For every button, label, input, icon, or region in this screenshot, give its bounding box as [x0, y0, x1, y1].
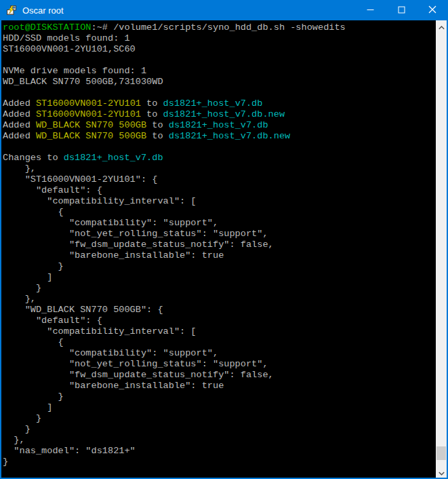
terminal-line: }: [3, 261, 436, 272]
terminal-output[interactable]: root@DISKSTATION:~# /volume1/scripts/syn…: [1, 20, 436, 478]
terminal-line: ]: [3, 272, 436, 283]
terminal-line: NVMe drive models found: 1: [3, 66, 436, 77]
terminal-line: }: [3, 283, 436, 294]
terminal-line: }: [3, 413, 436, 424]
terminal-line: "compatibility_interval": [: [3, 326, 436, 337]
scroll-up-button[interactable]: [436, 20, 447, 32]
chevron-down-icon: [439, 466, 445, 478]
putty-window: Oscar root ro: [0, 0, 448, 479]
terminal-line: ]: [3, 402, 436, 413]
window-title: Oscar root: [22, 5, 64, 16]
terminal-line: "default": {: [3, 185, 436, 196]
scroll-down-button[interactable]: [436, 466, 447, 478]
terminal-line: "not_yet_rolling_status": "support",: [3, 359, 436, 370]
terminal-line: [3, 55, 436, 66]
maximize-button[interactable]: [386, 0, 417, 20]
close-button[interactable]: [417, 0, 448, 20]
terminal-line: Added WD_BLACK SN770 500GB to ds1821+_ho…: [3, 120, 436, 131]
terminal-line: "compatibility": "support",: [3, 348, 436, 359]
terminal-line: {: [3, 207, 436, 218]
terminal-line: HDD/SSD models found: 1: [3, 33, 436, 44]
terminal-line: "barebone_installable": true: [3, 250, 436, 261]
close-icon: [428, 4, 436, 16]
scrollbar[interactable]: [436, 20, 447, 478]
terminal-line: Added WD_BLACK SN770 500GB to ds1821+_ho…: [3, 131, 436, 142]
putty-icon[interactable]: [6, 5, 17, 16]
terminal-line: }: [3, 391, 436, 402]
terminal-line: "fw_dsm_update_status_notify": false,: [3, 370, 436, 381]
terminal-line: Changes to ds1821+_host_v7.db: [3, 153, 436, 164]
terminal-line: },: [3, 164, 436, 174]
terminal-line: Added ST16000VN001-2YU101 to ds1821+_hos…: [3, 98, 436, 109]
minimize-button[interactable]: [354, 0, 386, 20]
chevron-up-icon: [439, 20, 445, 33]
terminal-line: {: [3, 337, 436, 348]
minimize-icon: [367, 4, 374, 16]
terminal-line: "default": {: [3, 315, 436, 326]
window-controls: [354, 0, 448, 20]
window-body: root@DISKSTATION:~# /volume1/scripts/syn…: [1, 20, 447, 478]
terminal-line: [3, 88, 436, 98]
terminal-line: },: [3, 435, 436, 446]
terminal-line: }: [3, 457, 436, 467]
terminal-line: "WD_BLACK SN770 500GB": {: [3, 305, 436, 315]
maximize-icon: [398, 4, 405, 16]
terminal-line: }: [3, 424, 436, 435]
terminal-line: root@DISKSTATION:~# /volume1/scripts/syn…: [3, 22, 436, 33]
terminal-line: "nas_model": "ds1821+": [3, 446, 436, 457]
terminal-line: Added ST16000VN001-2YU101 to ds1821+_hos…: [3, 109, 436, 120]
terminal-line: "ST16000VN001-2YU101": {: [3, 174, 436, 185]
terminal-line: WD_BLACK SN770 500GB,731030WD: [3, 77, 436, 88]
terminal-line: "fw_dsm_update_status_notify": false,: [3, 240, 436, 250]
terminal-line: "compatibility_interval": [: [3, 196, 436, 207]
terminal-line: },: [3, 294, 436, 305]
scrollbar-thumb[interactable]: [436, 446, 446, 460]
titlebar[interactable]: Oscar root: [0, 0, 448, 20]
terminal-line: "not_yet_rolling_status": "support",: [3, 229, 436, 240]
terminal-line: "barebone_installable": true: [3, 381, 436, 391]
terminal-line: "compatibility": "support",: [3, 218, 436, 229]
terminal-line: ST16000VN001-2YU101,SC60: [3, 44, 436, 55]
terminal-line: [3, 142, 436, 153]
